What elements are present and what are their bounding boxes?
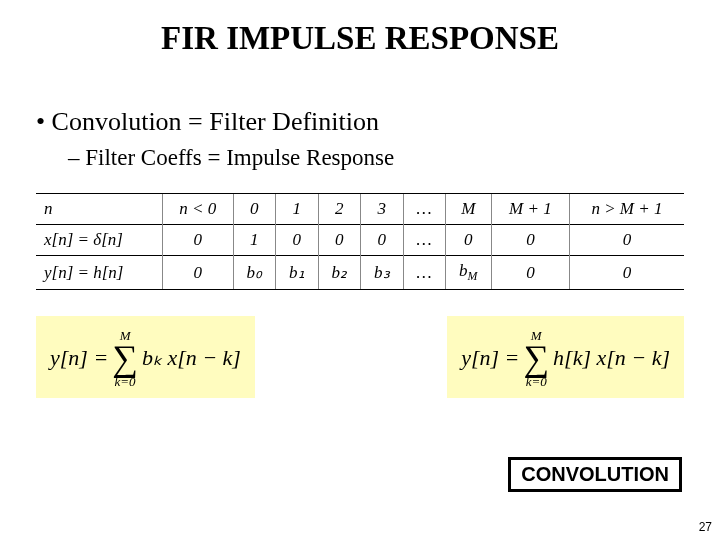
cell: …: [403, 256, 445, 290]
cell: 0: [569, 225, 684, 256]
table-row: n n < 0 0 1 2 3 … M M + 1 n > M + 1: [36, 194, 684, 225]
slide-title: FIR IMPULSE RESPONSE: [36, 20, 684, 57]
row-label: x[n] = δ[n]: [36, 225, 163, 256]
eq-lhs: y[n] =: [461, 345, 519, 371]
cell: 0: [276, 225, 319, 256]
cell: b₁: [276, 256, 319, 290]
cell: 1: [276, 194, 319, 225]
cell: 0: [491, 225, 569, 256]
cell: n > M + 1: [569, 194, 684, 225]
sum-lower: k=0: [115, 375, 136, 388]
eq-rhs: h[k] x[n − k]: [553, 345, 670, 371]
page-number: 27: [699, 520, 712, 534]
cell: 2: [318, 194, 361, 225]
row-label: n: [36, 194, 163, 225]
cell: bM: [445, 256, 491, 290]
bullet-level1: Convolution = Filter Definition: [36, 107, 684, 137]
sum-lower: k=0: [526, 375, 547, 388]
cell: M + 1: [491, 194, 569, 225]
sigma-icon: M ∑ k=0: [523, 329, 549, 387]
cell: 0: [445, 225, 491, 256]
table-row: y[n] = h[n] 0 b₀ b₁ b₂ b₃ … bM 0 0: [36, 256, 684, 290]
cell: 0: [361, 225, 404, 256]
impulse-table: n n < 0 0 1 2 3 … M M + 1 n > M + 1 x[n]…: [36, 193, 684, 290]
cell: …: [403, 225, 445, 256]
eq-lhs: y[n] =: [50, 345, 108, 371]
sigma-icon: M ∑ k=0: [112, 329, 138, 387]
equation-row: y[n] = M ∑ k=0 bₖ x[n − k] y[n] = M ∑ k=…: [36, 316, 684, 398]
row-label: y[n] = h[n]: [36, 256, 163, 290]
cell: n < 0: [163, 194, 234, 225]
convolution-label: CONVOLUTION: [508, 457, 682, 492]
eq-rhs: bₖ x[n − k]: [142, 345, 241, 371]
bullet-level2: Filter Coeffs = Impulse Response: [68, 145, 684, 171]
cell: 0: [569, 256, 684, 290]
cell: M: [445, 194, 491, 225]
cell: 0: [318, 225, 361, 256]
cell: 3: [361, 194, 404, 225]
cell: 0: [163, 225, 234, 256]
equation-bk: y[n] = M ∑ k=0 bₖ x[n − k]: [36, 316, 255, 398]
cell: 1: [233, 225, 276, 256]
cell: b₂: [318, 256, 361, 290]
table-row: x[n] = δ[n] 0 1 0 0 0 … 0 0 0: [36, 225, 684, 256]
cell: 0: [163, 256, 234, 290]
cell: b₀: [233, 256, 276, 290]
cell: b₃: [361, 256, 404, 290]
cell: 0: [233, 194, 276, 225]
equation-hk: y[n] = M ∑ k=0 h[k] x[n − k]: [447, 316, 684, 398]
cell: …: [403, 194, 445, 225]
cell: 0: [491, 256, 569, 290]
